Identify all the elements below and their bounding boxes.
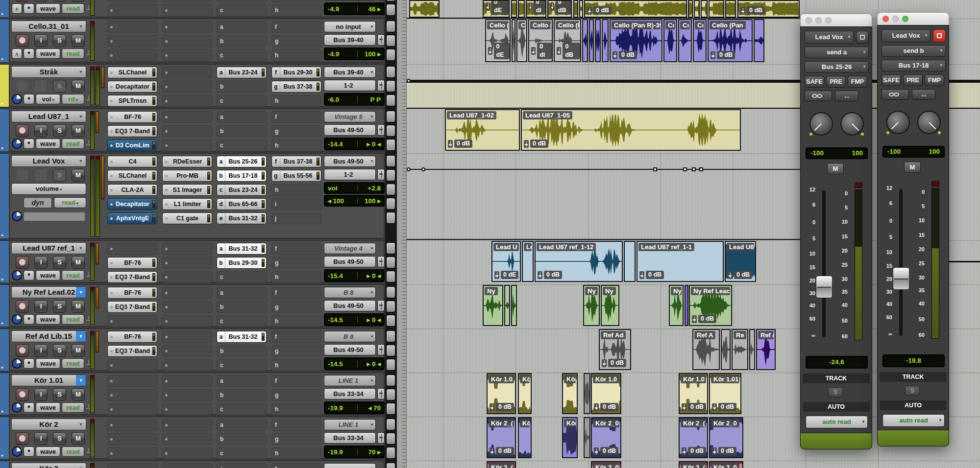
- solo-button[interactable]: S: [53, 0, 66, 2]
- track-view-button[interactable]: wave: [36, 358, 60, 369]
- audio-clip[interactable]: [582, 19, 588, 62]
- send-slot-empty[interactable]: f: [271, 111, 321, 123]
- audio-clip[interactable]: [512, 19, 515, 62]
- send-mute-button[interactable]: M: [904, 162, 921, 173]
- clock-icon[interactable]: [12, 358, 22, 369]
- playlist-lane-button[interactable]: [386, 403, 395, 415]
- insert-slot[interactable]: Decapitator: [107, 81, 157, 93]
- snapshot-button[interactable]: *: [24, 48, 34, 59]
- audio-clip[interactable]: Köı: [562, 373, 578, 414]
- track-color-strip[interactable]: ▸: [0, 240, 9, 282]
- send-slot-empty[interactable]: b: [217, 345, 267, 357]
- playlist-lane-button[interactable]: [386, 139, 395, 151]
- insert-slot-empty[interactable]: [162, 271, 212, 283]
- clock-icon[interactable]: [12, 211, 22, 221]
- send-slot-empty[interactable]: g: [271, 125, 321, 137]
- minimize-window-icon[interactable]: [892, 16, 899, 22]
- snapshot-button[interactable]: *: [24, 139, 34, 149]
- track-name-menu-arrow-icon[interactable]: ▼: [76, 463, 86, 468]
- send-selector[interactable]: send b▼: [882, 45, 946, 57]
- audio-clip[interactable]: [709, 0, 724, 18]
- send-slot-empty[interactable]: h: [271, 403, 321, 415]
- clock-icon[interactable]: [12, 94, 22, 104]
- volume-pan-display[interactable]: -14.4▸ 0 ◂: [324, 138, 385, 150]
- track-name-menu-arrow-icon[interactable]: ▼: [76, 287, 86, 298]
- volume-pan-display[interactable]: -14.5▸ 0 ◂: [324, 357, 385, 370]
- insert-slot-empty[interactable]: [162, 49, 212, 61]
- insert-slot[interactable]: RDeEsser: [162, 156, 212, 167]
- insert-slot-empty[interactable]: [162, 35, 212, 47]
- clip-gain-badge[interactable]: 0 dE: [488, 43, 510, 59]
- track-color-strip[interactable]: ▸: [0, 461, 9, 468]
- close-window-icon[interactable]: [882, 16, 889, 22]
- insert-slot[interactable]: CLA-2A: [107, 184, 157, 196]
- insert-slot[interactable]: C1 gate: [162, 212, 212, 224]
- playlist-lane-button[interactable]: [386, 330, 395, 342]
- track-view-button[interactable]: wave: [36, 139, 60, 149]
- audio-clip[interactable]: Re: [732, 329, 748, 370]
- playlist-lane-button[interactable]: [386, 433, 395, 445]
- send-assignment-selector[interactable]: Bus 17-18▼: [882, 60, 946, 71]
- clock-icon[interactable]: [12, 139, 22, 149]
- send-slot-empty[interactable]: c: [217, 447, 267, 459]
- send-slot[interactable]: fBus 37-38: [271, 156, 321, 167]
- insert-slot[interactable]: Decapitator: [107, 198, 157, 210]
- automation-mode-button[interactable]: read: [62, 446, 84, 457]
- send-slot-empty[interactable]: b: [217, 125, 267, 137]
- input-path-selector[interactable]: Bus 49-50▼: [324, 156, 376, 167]
- insert-slot-empty[interactable]: [107, 403, 157, 415]
- link-button[interactable]: [805, 91, 832, 101]
- insert-slot-empty[interactable]: [162, 375, 212, 387]
- audio-clip[interactable]: Kör 3_0: [709, 461, 743, 468]
- send-slot-empty[interactable]: h: [271, 140, 321, 151]
- insert-slot-empty[interactable]: [107, 243, 157, 255]
- close-window-icon[interactable]: [806, 17, 812, 23]
- clip-gain-badge[interactable]: 0 dB: [740, 6, 765, 15]
- snapshot-button[interactable]: *: [24, 3, 34, 14]
- playlist-lane-button[interactable]: [386, 359, 395, 371]
- insert-slot[interactable]: BF-76: [107, 331, 157, 343]
- insert-slot[interactable]: SLChanel: [107, 67, 157, 78]
- insert-slot-empty[interactable]: [107, 389, 157, 401]
- audio-clip[interactable]: Cello (Pan0 dB: [708, 19, 753, 62]
- send-pan-knob-left[interactable]: [886, 111, 910, 134]
- playlist-lane-button[interactable]: [386, 257, 395, 268]
- volume-pan-display[interactable]: -4.9100 ▸: [324, 47, 385, 60]
- send-slot-empty[interactable]: g: [271, 345, 321, 357]
- meter-view-icon[interactable]: ▲: [12, 3, 22, 14]
- audio-clip[interactable]: Ny: [669, 285, 684, 326]
- clip-gain-badge[interactable]: 0 dB: [490, 403, 514, 411]
- clip-gain-badge[interactable]: 0 dB: [490, 447, 514, 455]
- snapshot-button[interactable]: *: [24, 94, 34, 104]
- solo-button[interactable]: S: [53, 300, 66, 313]
- insert-slot[interactable]: SLChanel: [107, 170, 157, 182]
- send-slot[interactable]: dBus 65-66: [217, 198, 267, 210]
- insert-slot-empty[interactable]: [107, 49, 157, 61]
- send-slot[interactable]: cBus 23-24: [217, 184, 267, 196]
- clip-gain-badge[interactable]: 0 dB: [682, 447, 706, 455]
- audio-clip[interactable]: [518, 0, 525, 18]
- solo-button[interactable]: S: [53, 124, 66, 137]
- mute-button[interactable]: M: [72, 80, 85, 93]
- output-window-button[interactable]: [377, 388, 385, 399]
- audio-clip[interactable]: Lead U87 ref_1-120 dB: [535, 241, 623, 282]
- audio-clip[interactable]: Kör 3_0: [591, 461, 621, 468]
- send-slot-empty[interactable]: b: [217, 389, 267, 401]
- track-name-menu-arrow-icon[interactable]: ▼: [76, 67, 86, 77]
- insert-slot-empty[interactable]: [162, 419, 212, 431]
- clip-gain-badge[interactable]: 0 dE: [486, 0, 509, 15]
- insert-slot-empty[interactable]: [107, 4, 157, 16]
- volume-pan-display[interactable]: -19.9◂ 70: [324, 401, 385, 414]
- input-path-selector[interactable]: Vintage 4▼: [324, 243, 376, 254]
- audio-clip[interactable]: [584, 373, 590, 414]
- snapshot-button[interactable]: *: [24, 402, 34, 413]
- insert-slot[interactable]: EQ3 7-Band: [107, 271, 157, 283]
- audio-clip[interactable]: [511, 285, 517, 326]
- insert-slot-empty[interactable]: [107, 463, 157, 468]
- playlist-lane-button[interactable]: [386, 286, 395, 298]
- audio-clip[interactable]: Le:: [522, 241, 534, 282]
- insert-slot[interactable]: BF-76: [107, 111, 157, 123]
- solo-button[interactable]: S: [53, 388, 66, 401]
- insert-slot-empty[interactable]: [107, 359, 157, 371]
- automation-view-selector[interactable]: volume▾: [11, 183, 86, 195]
